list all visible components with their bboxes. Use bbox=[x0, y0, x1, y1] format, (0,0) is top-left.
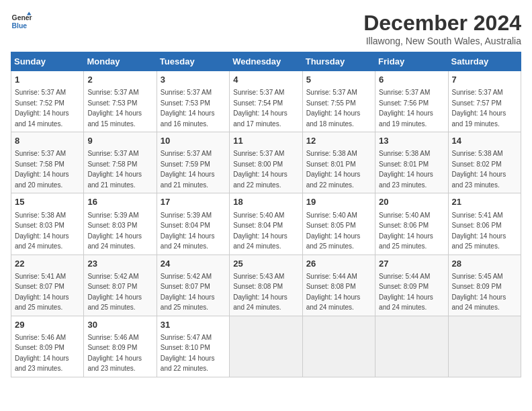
day-number: 21 bbox=[452, 196, 517, 208]
day-number: 13 bbox=[379, 135, 444, 147]
svg-text:Blue: Blue bbox=[12, 22, 28, 30]
weekday-header-row: SundayMondayTuesdayWednesdayThursdayFrid… bbox=[11, 52, 521, 71]
day-number: 26 bbox=[306, 258, 371, 270]
day-detail: Sunrise: 5:37 AMSunset: 8:00 PMDaylight:… bbox=[233, 150, 287, 189]
day-detail: Sunrise: 5:47 AMSunset: 8:10 PMDaylight:… bbox=[161, 334, 215, 373]
day-number: 24 bbox=[161, 258, 226, 270]
calendar-day-cell: 19Sunrise: 5:40 AMSunset: 8:05 PMDayligh… bbox=[302, 193, 375, 255]
calendar-week-row: 22Sunrise: 5:41 AMSunset: 8:07 PMDayligh… bbox=[11, 255, 521, 316]
day-number: 7 bbox=[452, 74, 517, 86]
calendar-day-cell: 18Sunrise: 5:40 AMSunset: 8:04 PMDayligh… bbox=[230, 193, 302, 255]
calendar-day-cell: 17Sunrise: 5:39 AMSunset: 8:04 PMDayligh… bbox=[157, 193, 229, 255]
calendar-day-cell bbox=[302, 316, 375, 377]
weekday-header: Thursday bbox=[302, 52, 375, 71]
calendar-day-cell: 24Sunrise: 5:42 AMSunset: 8:07 PMDayligh… bbox=[157, 255, 229, 316]
day-detail: Sunrise: 5:37 AMSunset: 7:58 PMDaylight:… bbox=[87, 150, 142, 189]
logo: General Blue bbox=[11, 11, 32, 32]
day-detail: Sunrise: 5:37 AMSunset: 7:55 PMDaylight:… bbox=[306, 89, 361, 128]
day-number: 29 bbox=[15, 319, 80, 331]
calendar-day-cell: 13Sunrise: 5:38 AMSunset: 8:01 PMDayligh… bbox=[375, 132, 448, 193]
day-number: 6 bbox=[379, 74, 444, 86]
day-detail: Sunrise: 5:45 AMSunset: 8:09 PMDaylight:… bbox=[452, 273, 506, 312]
day-number: 14 bbox=[452, 135, 517, 147]
calendar-day-cell: 23Sunrise: 5:42 AMSunset: 8:07 PMDayligh… bbox=[84, 255, 157, 316]
day-detail: Sunrise: 5:41 AMSunset: 8:07 PMDaylight:… bbox=[15, 273, 69, 312]
calendar-day-cell: 22Sunrise: 5:41 AMSunset: 8:07 PMDayligh… bbox=[11, 255, 84, 316]
calendar-day-cell: 11Sunrise: 5:37 AMSunset: 8:00 PMDayligh… bbox=[230, 132, 302, 193]
day-detail: Sunrise: 5:44 AMSunset: 8:09 PMDaylight:… bbox=[379, 273, 433, 312]
logo-icon: General Blue bbox=[11, 11, 32, 32]
day-number: 1 bbox=[15, 74, 80, 86]
day-number: 12 bbox=[306, 135, 371, 147]
calendar-day-cell bbox=[230, 316, 302, 377]
calendar-day-cell: 31Sunrise: 5:47 AMSunset: 8:10 PMDayligh… bbox=[157, 316, 229, 377]
day-detail: Sunrise: 5:38 AMSunset: 8:01 PMDaylight:… bbox=[306, 150, 361, 189]
calendar-week-row: 8Sunrise: 5:37 AMSunset: 7:58 PMDaylight… bbox=[11, 132, 521, 193]
day-detail: Sunrise: 5:39 AMSunset: 8:04 PMDaylight:… bbox=[161, 212, 215, 250]
day-number: 4 bbox=[233, 74, 298, 86]
calendar-day-cell: 21Sunrise: 5:41 AMSunset: 8:06 PMDayligh… bbox=[448, 193, 521, 255]
calendar-day-cell bbox=[448, 316, 521, 377]
day-number: 20 bbox=[379, 196, 444, 208]
day-number: 27 bbox=[379, 258, 444, 270]
calendar-day-cell: 1Sunrise: 5:37 AMSunset: 7:52 PMDaylight… bbox=[11, 71, 84, 132]
calendar-day-cell: 15Sunrise: 5:38 AMSunset: 8:03 PMDayligh… bbox=[11, 193, 84, 255]
day-detail: Sunrise: 5:37 AMSunset: 7:57 PMDaylight:… bbox=[452, 89, 506, 128]
weekday-header: Sunday bbox=[11, 52, 84, 71]
day-detail: Sunrise: 5:37 AMSunset: 7:59 PMDaylight:… bbox=[161, 150, 215, 189]
day-detail: Sunrise: 5:38 AMSunset: 8:03 PMDaylight:… bbox=[15, 212, 69, 250]
calendar-day-cell: 16Sunrise: 5:39 AMSunset: 8:03 PMDayligh… bbox=[84, 193, 157, 255]
day-number: 25 bbox=[233, 258, 298, 270]
calendar-table: SundayMondayTuesdayWednesdayThursdayFrid… bbox=[11, 52, 521, 377]
day-number: 5 bbox=[306, 74, 371, 86]
calendar-week-row: 15Sunrise: 5:38 AMSunset: 8:03 PMDayligh… bbox=[11, 193, 521, 255]
weekday-header: Tuesday bbox=[157, 52, 229, 71]
day-number: 28 bbox=[452, 258, 517, 270]
day-number: 30 bbox=[87, 319, 152, 331]
day-detail: Sunrise: 5:37 AMSunset: 7:52 PMDaylight:… bbox=[15, 89, 69, 128]
day-number: 15 bbox=[15, 196, 80, 208]
calendar-day-cell: 25Sunrise: 5:43 AMSunset: 8:08 PMDayligh… bbox=[230, 255, 302, 316]
calendar-day-cell bbox=[375, 316, 448, 377]
calendar-day-cell: 27Sunrise: 5:44 AMSunset: 8:09 PMDayligh… bbox=[375, 255, 448, 316]
day-number: 18 bbox=[233, 196, 298, 208]
calendar-day-cell: 12Sunrise: 5:38 AMSunset: 8:01 PMDayligh… bbox=[302, 132, 375, 193]
location-title: Illawong, New South Wales, Australia bbox=[363, 36, 521, 46]
header: General Blue December 2024 Illawong, New… bbox=[11, 11, 521, 46]
calendar-day-cell: 3Sunrise: 5:37 AMSunset: 7:53 PMDaylight… bbox=[157, 71, 229, 132]
calendar-day-cell: 6Sunrise: 5:37 AMSunset: 7:56 PMDaylight… bbox=[375, 71, 448, 132]
day-detail: Sunrise: 5:40 AMSunset: 8:04 PMDaylight:… bbox=[233, 212, 287, 250]
calendar-day-cell: 5Sunrise: 5:37 AMSunset: 7:55 PMDaylight… bbox=[302, 71, 375, 132]
day-number: 11 bbox=[233, 135, 298, 147]
day-number: 22 bbox=[15, 258, 80, 270]
calendar-day-cell: 28Sunrise: 5:45 AMSunset: 8:09 PMDayligh… bbox=[448, 255, 521, 316]
day-detail: Sunrise: 5:38 AMSunset: 8:02 PMDaylight:… bbox=[452, 150, 506, 189]
day-number: 23 bbox=[87, 258, 152, 270]
day-detail: Sunrise: 5:44 AMSunset: 8:08 PMDaylight:… bbox=[306, 273, 361, 312]
day-detail: Sunrise: 5:46 AMSunset: 8:09 PMDaylight:… bbox=[87, 334, 142, 373]
svg-marker-2 bbox=[27, 12, 31, 15]
day-detail: Sunrise: 5:42 AMSunset: 8:07 PMDaylight:… bbox=[161, 273, 215, 312]
calendar-week-row: 1Sunrise: 5:37 AMSunset: 7:52 PMDaylight… bbox=[11, 71, 521, 132]
calendar-day-cell: 8Sunrise: 5:37 AMSunset: 7:58 PMDaylight… bbox=[11, 132, 84, 193]
day-detail: Sunrise: 5:42 AMSunset: 8:07 PMDaylight:… bbox=[87, 273, 142, 312]
calendar-day-cell: 20Sunrise: 5:40 AMSunset: 8:06 PMDayligh… bbox=[375, 193, 448, 255]
day-number: 3 bbox=[161, 74, 226, 86]
day-number: 16 bbox=[87, 196, 152, 208]
day-detail: Sunrise: 5:38 AMSunset: 8:01 PMDaylight:… bbox=[379, 150, 433, 189]
day-number: 17 bbox=[161, 196, 226, 208]
day-number: 8 bbox=[15, 135, 80, 147]
calendar-day-cell: 9Sunrise: 5:37 AMSunset: 7:58 PMDaylight… bbox=[84, 132, 157, 193]
calendar-day-cell: 14Sunrise: 5:38 AMSunset: 8:02 PMDayligh… bbox=[448, 132, 521, 193]
day-detail: Sunrise: 5:46 AMSunset: 8:09 PMDaylight:… bbox=[15, 334, 69, 373]
day-detail: Sunrise: 5:43 AMSunset: 8:08 PMDaylight:… bbox=[233, 273, 287, 312]
day-detail: Sunrise: 5:37 AMSunset: 7:53 PMDaylight:… bbox=[161, 89, 215, 128]
calendar-day-cell: 10Sunrise: 5:37 AMSunset: 7:59 PMDayligh… bbox=[157, 132, 229, 193]
day-detail: Sunrise: 5:37 AMSunset: 7:58 PMDaylight:… bbox=[15, 150, 69, 189]
weekday-header: Monday bbox=[84, 52, 157, 71]
calendar-day-cell: 7Sunrise: 5:37 AMSunset: 7:57 PMDaylight… bbox=[448, 71, 521, 132]
day-number: 10 bbox=[161, 135, 226, 147]
svg-text:General: General bbox=[12, 14, 32, 21]
calendar-day-cell: 4Sunrise: 5:37 AMSunset: 7:54 PMDaylight… bbox=[230, 71, 302, 132]
calendar-day-cell: 26Sunrise: 5:44 AMSunset: 8:08 PMDayligh… bbox=[302, 255, 375, 316]
